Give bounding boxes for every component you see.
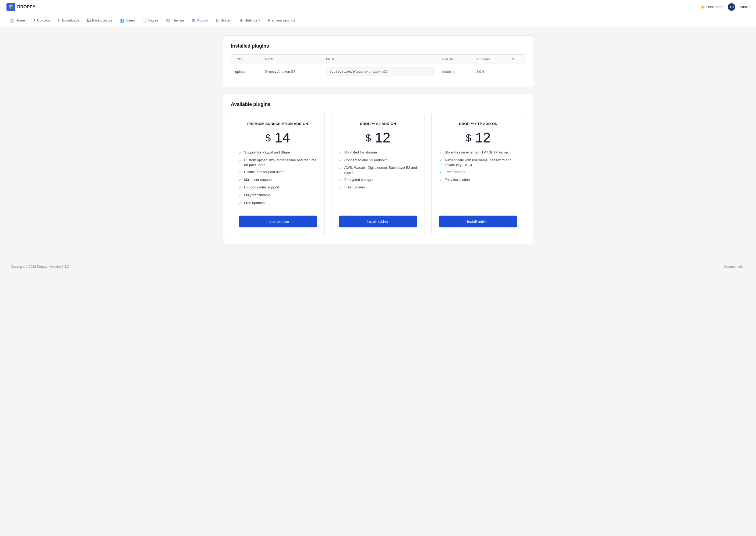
sun-icon: ☀️ — [701, 5, 705, 9]
cell-name: Droppy Amazon S3 — [261, 63, 322, 80]
plugin-price: $ 14 — [265, 131, 290, 145]
col-status: STATUS — [438, 54, 472, 63]
installed-plugins-section: Installed plugins TYPE NAME PATH STATUS … — [223, 36, 533, 87]
users-icon: 👥 — [120, 18, 125, 22]
feature-text: Multi user support — [244, 178, 272, 182]
feature-item: ✓ Free updates — [239, 201, 317, 206]
plugin-name: DROPPY S3 ADD-ON — [360, 121, 396, 126]
check-icon: ✓ — [239, 193, 242, 198]
nav-item-home[interactable]: 🏠 Home — [7, 16, 28, 25]
plugins-icon: ⊞ — [192, 18, 195, 22]
check-icon: ✓ — [339, 166, 342, 171]
admin-label: Admin — [739, 5, 749, 9]
dollar-sign: $ — [366, 133, 371, 143]
dark-mode-toggle[interactable]: ☀️ Dark mode — [701, 5, 724, 9]
feature-item: ✓ Fully translatable — [239, 193, 317, 198]
footer-separator: · — [48, 265, 50, 269]
feature-item: ✓ Custom upload size, storage time and f… — [239, 158, 317, 167]
footer-left: Copyright © 2022 Droppy · Version 2.3.3 — [11, 265, 69, 269]
avatar: AD — [728, 3, 735, 11]
nav-label-settings: Settings — [244, 18, 257, 22]
nav-label-plugins: Plugins — [197, 18, 208, 22]
plugins-grid: PREMIUM SUBSCRIPTION ADD-ON $ 14 ✓ Suppo… — [231, 113, 525, 236]
check-icon: ✓ — [439, 178, 442, 183]
logo[interactable]: 📦 DROPPY — [7, 3, 36, 11]
plugin-name: PREMIUM SUBSCRIPTION ADD-ON — [247, 121, 308, 126]
documentation-link[interactable]: Documentation — [723, 265, 745, 269]
check-icon: ✓ — [339, 178, 342, 183]
nav-item-settings[interactable]: ⚙ Settings ▾ — [236, 16, 264, 25]
nav-label-pages: Pages — [149, 18, 159, 22]
installed-plugins-table: TYPE NAME PATH STATUS VERSION # upload D… — [231, 54, 525, 80]
available-plugins-title: Available plugins — [231, 102, 525, 107]
col-hash: # — [508, 54, 525, 63]
nav-item-themes[interactable]: 🎨 Themes — [162, 16, 188, 25]
install-addon-button[interactable]: Install add-on — [339, 216, 417, 227]
nav-label-backgrounds: Backgrounds — [92, 18, 112, 22]
nav-label-home: Home — [16, 18, 25, 22]
nav-item-plugins[interactable]: ⊞ Plugins — [189, 16, 211, 25]
feature-text: Unlimited file storage — [344, 150, 377, 155]
plugin-name: DROPPY FTP ADD-ON — [459, 121, 497, 126]
feature-text: Disable ads for paid users — [244, 170, 284, 175]
themes-icon: 🎨 — [166, 18, 170, 22]
feature-text: AWS, Wasabi, Digitalocean, Backblaze B2 … — [344, 165, 417, 175]
table-row: upload Droppy Amazon S3 application/plug… — [231, 63, 525, 80]
header-right: ☀️ Dark mode AD Admin — [701, 3, 749, 11]
nav-label-themes: Themes — [172, 18, 184, 22]
check-icon: ✓ — [439, 170, 442, 175]
system-icon: 🖥 — [215, 18, 219, 22]
feature-text: Fully translatable — [244, 193, 270, 198]
cell-type: upload — [231, 63, 261, 80]
footer: Copyright © 2022 Droppy · Version 2.3.3 … — [0, 259, 756, 274]
check-icon: ✓ — [239, 185, 242, 190]
install-addon-button[interactable]: Install add-on — [239, 216, 317, 227]
feature-text: Coupon codes support — [244, 185, 279, 190]
settings-icon: ⚙ — [240, 18, 243, 22]
feature-item: ✓ Connect to any S3 endpoint — [339, 158, 417, 163]
pages-icon: 📄 — [143, 18, 147, 22]
col-path: PATH — [322, 54, 438, 63]
install-addon-button[interactable]: Install add-on — [439, 216, 517, 227]
download-icon: ⬇ — [57, 18, 60, 22]
feature-item: ✓ Authenticate with username, password a… — [439, 158, 517, 167]
logo-icon: 📦 — [7, 3, 15, 11]
cell-version: 2.0.4 — [472, 63, 508, 80]
plugin-price: $ 12 — [466, 131, 490, 145]
feature-item: ✓ Store files on external FTP / SFTP ser… — [439, 150, 517, 156]
nav-item-pages[interactable]: 📄 Pages — [139, 16, 162, 25]
feature-item: ✓ Coupon codes support — [239, 185, 317, 190]
header: 📦 DROPPY ☀️ Dark mode AD Admin — [0, 0, 756, 14]
feature-item: ✓ Free updates — [439, 170, 517, 175]
backgrounds-icon: 🖼 — [87, 18, 91, 22]
col-name: NAME — [261, 54, 322, 63]
nav-item-users[interactable]: 👥 Users — [117, 16, 138, 25]
features-list: ✓ Store files on external FTP / SFTP ser… — [439, 150, 517, 185]
check-icon: ✓ — [439, 150, 442, 156]
nav-item-system[interactable]: 🖥 System — [212, 16, 235, 25]
feature-item: ✓ Multi user support — [239, 178, 317, 183]
nav-item-premium-settings[interactable]: Premium settings — [265, 16, 298, 24]
nav-label-downloads: Downloads — [62, 18, 79, 22]
check-icon: ✓ — [239, 201, 242, 206]
navigation: 🏠 Home ⬆ Uploads ⬇ Downloads 🖼 Backgroun… — [0, 14, 756, 27]
copyright: Copyright © 2022 Droppy — [11, 265, 47, 269]
logo-text: DROPPY — [17, 5, 36, 10]
check-icon: ✓ — [339, 150, 342, 156]
version: Version 2.3.3 — [50, 265, 69, 269]
feature-item: ✓ Easy installation — [439, 178, 517, 183]
nav-item-downloads[interactable]: ⬇ Downloads — [54, 16, 82, 25]
check-icon: ✓ — [239, 170, 242, 175]
cell-status: Installed — [438, 63, 472, 80]
feature-text: Easy installation — [445, 178, 470, 182]
feature-text: Authenticate with username, password and… — [445, 158, 517, 167]
dark-mode-label: Dark mode — [706, 5, 724, 9]
nav-label-users: Users — [126, 18, 135, 22]
feature-item: ✓ Unlimited file storage — [339, 150, 417, 156]
nav-item-uploads[interactable]: ⬆ Uploads — [29, 16, 53, 25]
nav-label-system: System — [221, 18, 232, 22]
feature-item: ✓ Disable ads for paid users — [239, 170, 317, 175]
nav-item-backgrounds[interactable]: 🖼 Backgrounds — [84, 16, 116, 25]
plugin-card-droppy-ftp: DROPPY FTP ADD-ON $ 12 ✓ Store files on … — [431, 113, 525, 236]
check-icon: ✓ — [239, 178, 242, 183]
